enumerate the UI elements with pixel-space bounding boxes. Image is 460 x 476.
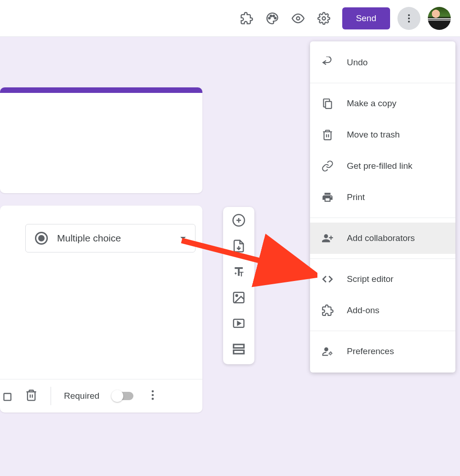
side-toolbar: T bbox=[223, 207, 254, 364]
menu-item-add-collaborators[interactable]: Add collaborators bbox=[310, 223, 455, 254]
add-question-icon[interactable] bbox=[232, 213, 246, 229]
menu-divider bbox=[310, 331, 455, 331]
print-icon bbox=[321, 191, 334, 204]
svg-rect-23 bbox=[326, 102, 332, 109]
required-toggle[interactable] bbox=[112, 392, 133, 400]
menu-label-preferences: Preferences bbox=[347, 346, 394, 356]
puzzle-icon bbox=[321, 304, 334, 317]
menu-item-make-copy[interactable]: Make a copy bbox=[310, 88, 455, 119]
menu-item-addons[interactable]: Add-ons bbox=[310, 295, 455, 326]
menu-item-preferences[interactable]: Preferences bbox=[310, 336, 455, 367]
settings-icon[interactable] bbox=[313, 7, 335, 29]
svg-point-11 bbox=[152, 394, 154, 396]
svg-text:T: T bbox=[239, 270, 243, 278]
menu-item-print[interactable]: Print bbox=[310, 182, 455, 213]
user-avatar[interactable] bbox=[428, 7, 451, 30]
svg-point-7 bbox=[408, 17, 410, 19]
add-title-icon[interactable]: T bbox=[232, 265, 246, 281]
question-footer: Required bbox=[0, 379, 202, 413]
svg-rect-9 bbox=[4, 394, 11, 401]
svg-point-6 bbox=[408, 14, 410, 16]
add-section-icon[interactable] bbox=[232, 342, 246, 358]
duplicate-icon[interactable] bbox=[0, 389, 12, 403]
svg-point-12 bbox=[152, 398, 154, 400]
svg-point-4 bbox=[296, 17, 299, 20]
more-options-button[interactable] bbox=[397, 7, 420, 30]
menu-label-addons: Add-ons bbox=[347, 305, 380, 315]
svg-point-24 bbox=[324, 347, 328, 351]
svg-rect-22 bbox=[234, 350, 244, 354]
trash-icon bbox=[321, 128, 334, 141]
delete-icon[interactable] bbox=[25, 389, 38, 403]
menu-label-print: Print bbox=[347, 192, 365, 202]
required-label: Required bbox=[64, 391, 99, 401]
header-toolbar: Send bbox=[0, 0, 460, 37]
menu-label-script: Script editor bbox=[347, 274, 393, 284]
preferences-icon bbox=[321, 345, 334, 358]
code-icon bbox=[321, 273, 334, 286]
question-more-icon[interactable] bbox=[146, 389, 159, 403]
add-image-icon[interactable] bbox=[232, 291, 246, 306]
form-header-card bbox=[0, 87, 202, 193]
palette-icon[interactable] bbox=[261, 7, 283, 29]
preview-icon[interactable] bbox=[287, 7, 309, 29]
undo-icon bbox=[321, 56, 334, 69]
svg-point-3 bbox=[274, 17, 276, 19]
question-type-dropdown[interactable]: Multiple choice bbox=[25, 224, 196, 252]
menu-item-undo[interactable]: Undo bbox=[310, 47, 455, 78]
menu-label-collaborators: Add collaborators bbox=[347, 233, 415, 243]
menu-label-undo: Undo bbox=[347, 57, 368, 68]
addons-header-icon[interactable] bbox=[236, 7, 258, 29]
menu-divider bbox=[310, 258, 455, 259]
footer-divider bbox=[51, 387, 51, 405]
copy-icon bbox=[321, 97, 334, 110]
add-collaborators-icon bbox=[321, 232, 334, 245]
menu-label-make-copy: Make a copy bbox=[347, 98, 397, 109]
dropdown-arrow-icon bbox=[180, 237, 186, 240]
menu-item-prefilled-link[interactable]: Get pre-filled link bbox=[310, 150, 455, 182]
question-type-label: Multiple choice bbox=[57, 233, 171, 244]
svg-marker-20 bbox=[238, 321, 241, 325]
menu-item-move-trash[interactable]: Move to trash bbox=[310, 119, 455, 150]
multiple-choice-icon bbox=[35, 232, 48, 245]
menu-label-prefilled: Get pre-filled link bbox=[347, 161, 413, 171]
menu-label-trash: Move to trash bbox=[347, 130, 400, 140]
svg-point-0 bbox=[268, 17, 270, 19]
svg-point-5 bbox=[322, 17, 325, 20]
form-question-card: Multiple choice Required bbox=[0, 206, 202, 413]
add-video-icon[interactable] bbox=[232, 316, 246, 332]
menu-divider bbox=[310, 83, 455, 83]
menu-item-script-editor[interactable]: Script editor bbox=[310, 264, 455, 295]
link-icon bbox=[321, 160, 334, 172]
menu-divider bbox=[310, 218, 455, 218]
svg-point-8 bbox=[408, 21, 410, 23]
svg-point-2 bbox=[273, 15, 275, 17]
import-questions-icon[interactable] bbox=[232, 239, 246, 255]
svg-point-1 bbox=[270, 15, 272, 17]
svg-rect-21 bbox=[234, 344, 244, 348]
svg-point-18 bbox=[236, 295, 238, 297]
more-options-menu: Undo Make a copy Move to trash Get pre-f… bbox=[310, 41, 455, 373]
svg-point-10 bbox=[152, 390, 154, 393]
send-button[interactable]: Send bbox=[342, 7, 390, 29]
